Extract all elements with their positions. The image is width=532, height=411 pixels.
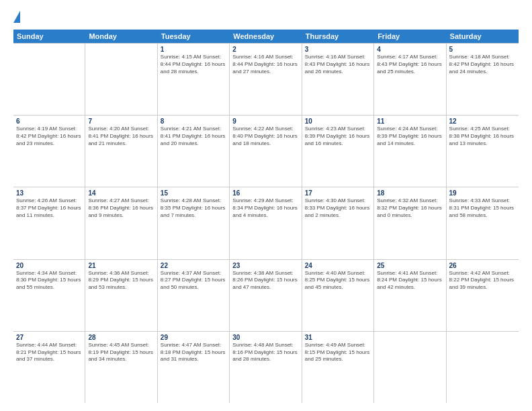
- calendar-cell-empty: [447, 332, 519, 403]
- calendar-cell-16: 16Sunrise: 4:29 AM Sunset: 8:34 PM Dayli…: [230, 187, 302, 259]
- calendar-cell-15: 15Sunrise: 4:28 AM Sunset: 8:35 PM Dayli…: [158, 187, 230, 259]
- logo: [13, 11, 23, 23]
- weekday-header-wednesday: Wednesday: [230, 30, 302, 43]
- day-number: 1: [161, 46, 226, 53]
- calendar-cell-23: 23Sunrise: 4:38 AM Sunset: 8:26 PM Dayli…: [230, 260, 302, 331]
- day-number: 26: [449, 262, 516, 269]
- calendar-cell-1: 1Sunrise: 4:15 AM Sunset: 8:44 PM Daylig…: [158, 44, 230, 115]
- calendar-cell-21: 21Sunrise: 4:36 AM Sunset: 8:29 PM Dayli…: [85, 260, 157, 331]
- day-number: 21: [88, 262, 154, 269]
- calendar-cell-29: 29Sunrise: 4:47 AM Sunset: 8:18 PM Dayli…: [158, 332, 230, 403]
- calendar-cell-empty: [85, 44, 157, 115]
- day-info: Sunrise: 4:42 AM Sunset: 8:22 PM Dayligh…: [449, 270, 516, 291]
- calendar-cell-19: 19Sunrise: 4:33 AM Sunset: 8:31 PM Dayli…: [447, 187, 519, 259]
- day-number: 4: [377, 46, 443, 53]
- day-number: 29: [161, 334, 226, 341]
- calendar-cell-13: 13Sunrise: 4:26 AM Sunset: 8:37 PM Dayli…: [13, 187, 85, 259]
- day-info: Sunrise: 4:23 AM Sunset: 8:39 PM Dayligh…: [305, 126, 371, 147]
- day-info: Sunrise: 4:29 AM Sunset: 8:34 PM Dayligh…: [232, 197, 298, 219]
- day-number: 9: [232, 118, 298, 125]
- calendar-body: 1Sunrise: 4:15 AM Sunset: 8:44 PM Daylig…: [13, 43, 519, 403]
- calendar-cell-26: 26Sunrise: 4:42 AM Sunset: 8:22 PM Dayli…: [447, 260, 519, 331]
- calendar-cell-6: 6Sunrise: 4:19 AM Sunset: 8:42 PM Daylig…: [13, 116, 85, 187]
- day-info: Sunrise: 4:24 AM Sunset: 8:39 PM Dayligh…: [377, 126, 443, 147]
- calendar-cell-7: 7Sunrise: 4:20 AM Sunset: 8:41 PM Daylig…: [85, 116, 157, 187]
- day-info: Sunrise: 4:26 AM Sunset: 8:37 PM Dayligh…: [16, 197, 82, 219]
- calendar-cell-18: 18Sunrise: 4:32 AM Sunset: 8:32 PM Dayli…: [374, 187, 446, 259]
- day-info: Sunrise: 4:36 AM Sunset: 8:29 PM Dayligh…: [88, 270, 154, 291]
- calendar-header: SundayMondayTuesdayWednesdayThursdayFrid…: [13, 30, 519, 43]
- calendar-cell-27: 27Sunrise: 4:44 AM Sunset: 8:21 PM Dayli…: [13, 332, 85, 403]
- weekday-header-tuesday: Tuesday: [158, 30, 230, 43]
- calendar-cell-2: 2Sunrise: 4:16 AM Sunset: 8:44 PM Daylig…: [230, 44, 302, 115]
- calendar-cell-25: 25Sunrise: 4:41 AM Sunset: 8:24 PM Dayli…: [374, 260, 446, 331]
- page: SundayMondayTuesdayWednesdayThursdayFrid…: [0, 0, 532, 411]
- day-info: Sunrise: 4:27 AM Sunset: 8:36 PM Dayligh…: [88, 197, 154, 219]
- day-info: Sunrise: 4:40 AM Sunset: 8:25 PM Dayligh…: [305, 270, 371, 291]
- weekday-header-saturday: Saturday: [447, 30, 519, 43]
- calendar-cell-24: 24Sunrise: 4:40 AM Sunset: 8:25 PM Dayli…: [302, 260, 374, 331]
- day-info: Sunrise: 4:15 AM Sunset: 8:44 PM Dayligh…: [161, 54, 226, 75]
- day-number: 25: [377, 262, 443, 269]
- day-number: 19: [449, 189, 516, 197]
- day-number: 10: [305, 118, 371, 125]
- day-info: Sunrise: 4:21 AM Sunset: 8:41 PM Dayligh…: [161, 126, 226, 147]
- day-info: Sunrise: 4:25 AM Sunset: 8:38 PM Dayligh…: [449, 126, 516, 147]
- day-number: 28: [88, 334, 154, 341]
- day-info: Sunrise: 4:45 AM Sunset: 8:19 PM Dayligh…: [88, 342, 154, 363]
- calendar-cell-31: 31Sunrise: 4:49 AM Sunset: 8:15 PM Dayli…: [302, 332, 374, 403]
- day-number: 8: [161, 118, 226, 125]
- day-info: Sunrise: 4:20 AM Sunset: 8:41 PM Dayligh…: [88, 126, 154, 147]
- day-number: 16: [232, 189, 298, 197]
- calendar-cell-8: 8Sunrise: 4:21 AM Sunset: 8:41 PM Daylig…: [158, 116, 230, 187]
- day-info: Sunrise: 4:18 AM Sunset: 8:42 PM Dayligh…: [449, 54, 516, 75]
- day-number: 6: [16, 118, 82, 125]
- calendar-cell-22: 22Sunrise: 4:37 AM Sunset: 8:27 PM Dayli…: [158, 260, 230, 331]
- calendar-row-4: 27Sunrise: 4:44 AM Sunset: 8:21 PM Dayli…: [13, 331, 519, 403]
- day-number: 22: [161, 262, 226, 269]
- calendar-cell-9: 9Sunrise: 4:22 AM Sunset: 8:40 PM Daylig…: [230, 116, 302, 187]
- day-info: Sunrise: 4:16 AM Sunset: 8:44 PM Dayligh…: [232, 54, 298, 75]
- day-number: 14: [88, 189, 154, 197]
- day-number: 17: [305, 189, 371, 197]
- day-info: Sunrise: 4:48 AM Sunset: 8:16 PM Dayligh…: [232, 342, 298, 363]
- day-info: Sunrise: 4:22 AM Sunset: 8:40 PM Dayligh…: [232, 126, 298, 147]
- day-number: 5: [449, 46, 516, 53]
- calendar-cell-20: 20Sunrise: 4:34 AM Sunset: 8:30 PM Dayli…: [13, 260, 85, 331]
- day-info: Sunrise: 4:19 AM Sunset: 8:42 PM Dayligh…: [16, 126, 82, 147]
- day-number: 7: [88, 118, 154, 125]
- day-number: 15: [161, 189, 226, 197]
- day-info: Sunrise: 4:30 AM Sunset: 8:33 PM Dayligh…: [305, 197, 371, 219]
- day-info: Sunrise: 4:41 AM Sunset: 8:24 PM Dayligh…: [377, 270, 443, 291]
- day-info: Sunrise: 4:32 AM Sunset: 8:32 PM Dayligh…: [377, 197, 443, 219]
- calendar-cell-3: 3Sunrise: 4:16 AM Sunset: 8:43 PM Daylig…: [302, 44, 374, 115]
- calendar-cell-30: 30Sunrise: 4:48 AM Sunset: 8:16 PM Dayli…: [230, 332, 302, 403]
- calendar-row-0: 1Sunrise: 4:15 AM Sunset: 8:44 PM Daylig…: [13, 43, 519, 115]
- day-info: Sunrise: 4:16 AM Sunset: 8:43 PM Dayligh…: [305, 54, 371, 75]
- calendar-cell-14: 14Sunrise: 4:27 AM Sunset: 8:36 PM Dayli…: [85, 187, 157, 259]
- day-info: Sunrise: 4:44 AM Sunset: 8:21 PM Dayligh…: [16, 342, 82, 363]
- day-number: 31: [305, 334, 371, 341]
- calendar-cell-12: 12Sunrise: 4:25 AM Sunset: 8:38 PM Dayli…: [447, 116, 519, 187]
- day-info: Sunrise: 4:17 AM Sunset: 8:43 PM Dayligh…: [377, 54, 443, 75]
- calendar-cell-empty: [374, 332, 446, 403]
- calendar-cell-17: 17Sunrise: 4:30 AM Sunset: 8:33 PM Dayli…: [302, 187, 374, 259]
- calendar-cell-4: 4Sunrise: 4:17 AM Sunset: 8:43 PM Daylig…: [374, 44, 446, 115]
- day-number: 20: [16, 262, 82, 269]
- calendar: SundayMondayTuesdayWednesdayThursdayFrid…: [13, 30, 519, 403]
- day-info: Sunrise: 4:38 AM Sunset: 8:26 PM Dayligh…: [232, 270, 298, 291]
- day-info: Sunrise: 4:37 AM Sunset: 8:27 PM Dayligh…: [161, 270, 226, 291]
- day-info: Sunrise: 4:34 AM Sunset: 8:30 PM Dayligh…: [16, 270, 82, 291]
- day-number: 13: [16, 189, 82, 197]
- weekday-header-monday: Monday: [85, 30, 157, 43]
- calendar-cell-5: 5Sunrise: 4:18 AM Sunset: 8:42 PM Daylig…: [447, 44, 519, 115]
- day-number: 27: [16, 334, 82, 341]
- calendar-row-2: 13Sunrise: 4:26 AM Sunset: 8:37 PM Dayli…: [13, 187, 519, 259]
- day-info: Sunrise: 4:47 AM Sunset: 8:18 PM Dayligh…: [161, 342, 226, 363]
- calendar-cell-10: 10Sunrise: 4:23 AM Sunset: 8:39 PM Dayli…: [302, 116, 374, 187]
- day-number: 30: [232, 334, 298, 341]
- day-number: 24: [305, 262, 371, 269]
- day-number: 3: [305, 46, 371, 53]
- weekday-header-sunday: Sunday: [13, 30, 85, 43]
- day-number: 11: [377, 118, 443, 125]
